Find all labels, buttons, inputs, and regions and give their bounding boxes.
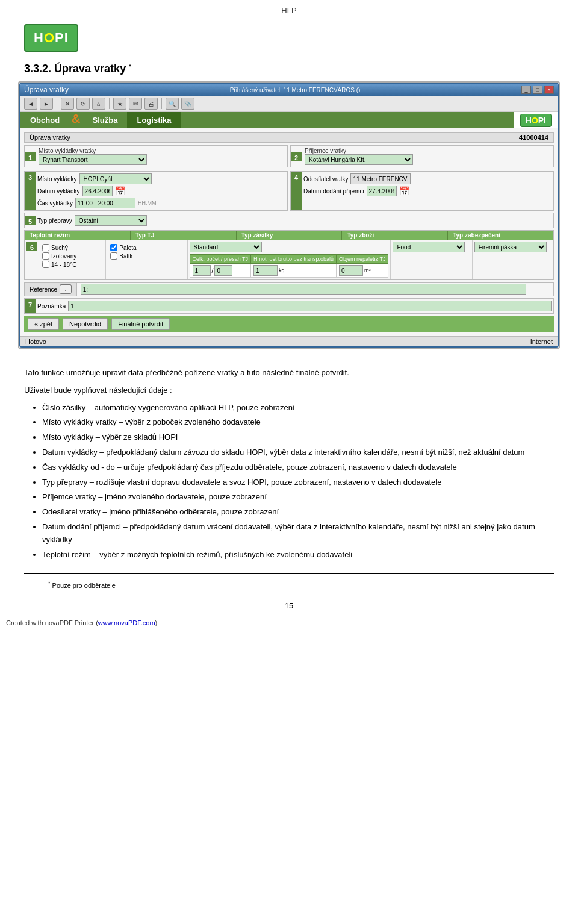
- bullet-10: Teplotní režim – výběr z možných teplotn…: [42, 549, 554, 561]
- reference-label: Reference: [30, 286, 57, 293]
- checkbox-temp-input[interactable]: [42, 261, 49, 268]
- row2-label: Příjemce vratky: [305, 148, 550, 154]
- checkbox-temp: 14 - 18°C: [42, 261, 76, 268]
- footnote-marker: *: [48, 580, 51, 586]
- row3-datum-input[interactable]: [82, 186, 113, 196]
- window-frame: Úprava vratky Přihlášený uživatel: 11 Me…: [19, 83, 559, 348]
- form-subtitle: Úprava vratky: [30, 134, 70, 141]
- row5-select[interactable]: Ostatní: [75, 215, 147, 226]
- nepotvrdid-button[interactable]: Nepotvrdid: [63, 318, 108, 330]
- footer-text: Created with novaPDF Printer (: [6, 619, 98, 626]
- reference-input[interactable]: [81, 284, 526, 295]
- finalne-button[interactable]: Finálně potvrdit: [111, 318, 170, 330]
- checkbox-izol-input[interactable]: [42, 252, 49, 260]
- checkbox-suchy-input[interactable]: [42, 244, 49, 251]
- row1-select[interactable]: Rynart Transport: [39, 154, 147, 165]
- typ-tj-checkboxes: Paleta Balík: [108, 242, 185, 262]
- nav-separator: [57, 98, 57, 109]
- hmot-unit: kg: [279, 267, 285, 273]
- row-number-6: 6: [26, 242, 37, 251]
- form-title-bar: Úprava vratky 41000414: [24, 132, 554, 143]
- close-button[interactable]: ×: [544, 86, 554, 94]
- row2-select[interactable]: Kotányi Hungária Kft.: [305, 154, 413, 165]
- objem-input[interactable]: [339, 265, 363, 276]
- form-area: Úprava vratky 41000414 1 Místo vykládky …: [20, 128, 558, 336]
- subtitle-text: Uživatel bude vyplňovat následující údaj…: [24, 384, 554, 397]
- bullet-5: Čas vykládky od - do – určuje předpoklád…: [42, 461, 554, 474]
- typ-zabezpeceni-select[interactable]: Firemní páska: [474, 242, 547, 252]
- header-typ-tj: Typ TJ: [131, 231, 237, 240]
- bullet-list: Číslo zásilky – automaticky vygenerováno…: [24, 402, 554, 561]
- row7-label: Poznámka: [37, 303, 66, 310]
- attach-button[interactable]: 📎: [181, 98, 194, 110]
- nav-bar: ◄ ► ✕ ⟳ ⌂ ★ ✉ 🖨 🔍 📎: [20, 96, 558, 112]
- typ-zbozi-select[interactable]: Food: [393, 242, 465, 252]
- calendar-icon-1[interactable]: 📅: [115, 186, 125, 196]
- row4-odesil-input: [350, 173, 411, 184]
- checkbox-suchy-label: Suchý: [51, 245, 68, 251]
- typ-zasilky-select[interactable]: Standard: [190, 242, 262, 252]
- status-right: Internet: [530, 338, 553, 345]
- row7-input[interactable]: [68, 301, 552, 311]
- presah-input[interactable]: [214, 265, 232, 276]
- row3-datum-label: Datum vykládky: [37, 188, 80, 195]
- hopi-logo-menu: HOPI: [520, 114, 552, 127]
- menu-ampersand: &: [69, 112, 82, 128]
- back-nav-button[interactable]: ◄: [24, 98, 37, 110]
- row1-label: Místo vykládky vratky: [39, 148, 284, 154]
- bullet-8: Odesílatel vratky – jméno přihlášeného o…: [42, 506, 554, 519]
- checkbox-paleta-input[interactable]: [110, 244, 117, 251]
- checkbox-balik: Balík: [110, 252, 182, 260]
- forward-nav-button[interactable]: ►: [40, 98, 53, 110]
- print-button[interactable]: 🖨: [144, 98, 158, 110]
- maximize-button[interactable]: □: [533, 86, 542, 94]
- celk-input[interactable]: [193, 265, 211, 276]
- th-celk: Celk. počet / přesah TJ: [190, 255, 250, 264]
- back-button[interactable]: « zpět: [28, 318, 59, 330]
- checkbox-suchy: Suchý: [42, 244, 76, 251]
- sub-table: Celk. počet / přesah TJ Hmotnost brutto …: [190, 254, 389, 278]
- minimize-button[interactable]: _: [521, 86, 531, 94]
- menu-bar: Obchod & Služba Logistika HOPI: [20, 112, 558, 128]
- checkbox-izol: Izolovaný: [42, 252, 76, 260]
- checkbox-balik-input[interactable]: [110, 252, 117, 260]
- refresh-button[interactable]: ⟳: [76, 98, 90, 110]
- cislo-zasilky-value: 41000414: [519, 134, 548, 141]
- bullet-9: Datum dodání příjemci – předpokládaný da…: [42, 521, 554, 546]
- checkbox-izol-label: Izolovaný: [51, 253, 76, 260]
- nav-separator-3: [161, 98, 162, 109]
- reference-button[interactable]: ...: [60, 284, 72, 294]
- bullet-6: Typ přepravy – rozlišuje vlastní dopravu…: [42, 476, 554, 489]
- hopi-logo: HOPI: [24, 24, 78, 52]
- nav-separator-2: [109, 98, 110, 109]
- search-button[interactable]: 🔍: [166, 98, 179, 110]
- page-header: HLP: [0, 0, 578, 18]
- stop-button[interactable]: ✕: [61, 98, 74, 110]
- home-button[interactable]: ⌂: [92, 98, 105, 110]
- row4-odesil-label: Odesílatel vratky: [303, 176, 348, 183]
- bullet-2: Místo vykládky vratky – výběr z poboček …: [42, 416, 554, 429]
- row-number-4: 4: [291, 172, 302, 210]
- calendar-icon-2[interactable]: 📅: [399, 186, 409, 196]
- objem-unit: m³: [364, 267, 371, 273]
- row3-cas-input[interactable]: [75, 198, 135, 208]
- row-number-1: 1: [25, 152, 36, 161]
- menu-sluzba[interactable]: Služba: [83, 112, 128, 128]
- checkbox-balik-label: Balík: [119, 253, 132, 260]
- row4-datum-input[interactable]: [367, 186, 397, 196]
- logo-area: HOPI: [0, 18, 578, 58]
- status-left: Hotovo: [25, 338, 46, 345]
- checkbox-paleta-label: Paleta: [119, 245, 136, 251]
- footer-link[interactable]: www.novaPDF.com: [98, 619, 155, 626]
- row3-misto-select[interactable]: HOPI Gyál: [79, 173, 152, 184]
- favorites-button[interactable]: ★: [113, 98, 126, 110]
- menu-logistika[interactable]: Logistika: [127, 112, 181, 128]
- checkbox-paleta: Paleta: [110, 244, 182, 251]
- bullet-7: Příjemce vratky – jméno zvoleného dodava…: [42, 491, 554, 504]
- mail-button[interactable]: ✉: [129, 98, 142, 110]
- menu-obchod[interactable]: Obchod: [20, 112, 69, 128]
- hmot-input[interactable]: [253, 265, 278, 276]
- section-superscript: *: [129, 63, 131, 69]
- header-typ-zabezpeceni: Typ zabezpečení: [448, 231, 553, 240]
- window-title-left: Úprava vratky: [24, 86, 69, 94]
